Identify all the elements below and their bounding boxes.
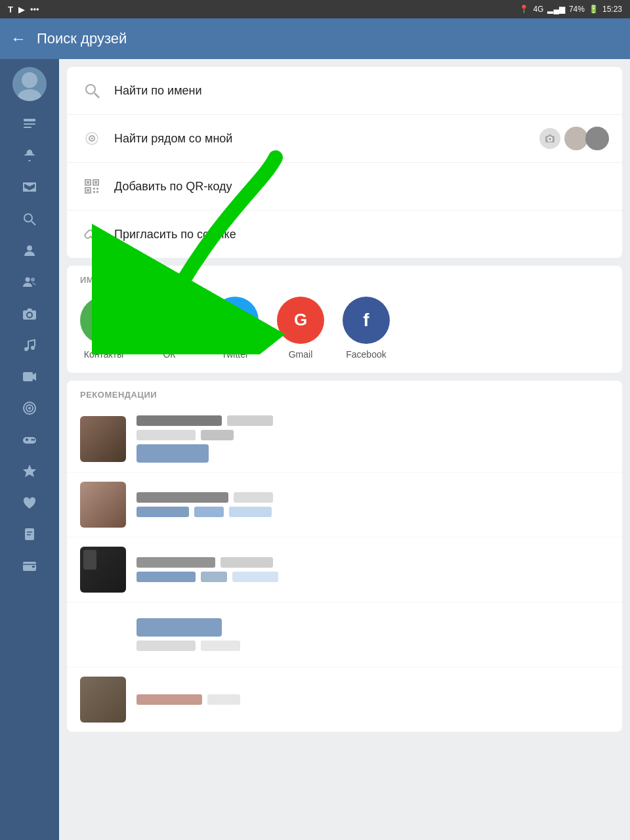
rec-avatar-4 bbox=[80, 612, 126, 658]
page-title: Поиск друзей bbox=[37, 30, 127, 47]
import-contacts[interactable]: Контакты bbox=[77, 297, 130, 360]
svg-rect-2 bbox=[24, 119, 35, 121]
sidebar-item-profile[interactable] bbox=[15, 236, 44, 265]
svg-rect-45 bbox=[96, 188, 98, 190]
svg-point-35 bbox=[91, 138, 93, 140]
facebook-circle: f bbox=[343, 297, 390, 344]
svg-point-0 bbox=[22, 72, 37, 88]
sidebar-item-wallet[interactable] bbox=[15, 551, 44, 580]
svg-point-1 bbox=[18, 89, 41, 101]
ok-label: ОК bbox=[163, 349, 175, 360]
svg-rect-46 bbox=[93, 191, 95, 193]
nearby-avatar2 bbox=[585, 127, 609, 150]
import-facebook[interactable]: f Facebook bbox=[340, 297, 392, 360]
invite-by-link-item[interactable]: Пригласить по ссылке bbox=[67, 211, 622, 258]
main-content: Найти по имени Найти рядом со мной bbox=[59, 59, 630, 840]
rec-item-5[interactable] bbox=[67, 667, 622, 732]
svg-rect-41 bbox=[87, 181, 89, 184]
nearby-avatar bbox=[564, 127, 588, 150]
battery-level: 74% bbox=[569, 5, 585, 14]
sidebar-item-documents[interactable] bbox=[15, 520, 44, 549]
import-ok[interactable]: OK ОК bbox=[143, 297, 196, 360]
add-by-qr-item[interactable]: Добавить по QR-коду bbox=[67, 163, 622, 211]
add-by-qr-label: Добавить по QR-коду bbox=[114, 180, 232, 194]
import-icons-row: Контакты OK ОК Twitter G Gmail bbox=[67, 291, 622, 373]
search-options-card: Найти по имени Найти рядом со мной bbox=[67, 67, 622, 258]
invite-by-link-label: Пригласить по ссылке bbox=[114, 228, 236, 242]
svg-rect-42 bbox=[94, 181, 97, 184]
svg-marker-24 bbox=[23, 465, 36, 477]
svg-text:OK: OK bbox=[159, 312, 180, 328]
sidebar-item-video[interactable] bbox=[15, 362, 44, 391]
import-friends-card: ИМПОРТ ДРУЗЕЙ Контакты OK ОК Twitter bbox=[67, 266, 622, 373]
svg-rect-14 bbox=[23, 372, 33, 381]
rec-avatar-2 bbox=[80, 482, 126, 528]
app-icon-t: T bbox=[8, 5, 13, 14]
sidebar bbox=[0, 18, 59, 840]
import-twitter[interactable]: Twitter bbox=[209, 297, 261, 360]
rec-meta-blurred bbox=[227, 415, 273, 426]
app-icon-play: ▶ bbox=[18, 5, 25, 14]
top-header: ← Поиск друзей bbox=[0, 18, 630, 59]
svg-rect-27 bbox=[27, 534, 31, 536]
svg-point-23 bbox=[33, 439, 35, 441]
rec-item-3[interactable] bbox=[67, 537, 622, 602]
contacts-label: Контакты bbox=[84, 349, 123, 360]
signal-4g: 4G bbox=[533, 5, 543, 14]
clock: 15:23 bbox=[602, 5, 622, 14]
svg-rect-4 bbox=[24, 127, 32, 128]
twitter-label: Twitter bbox=[221, 349, 248, 360]
rec-avatar-1 bbox=[80, 416, 126, 462]
rec-button-blurred bbox=[136, 444, 209, 463]
sidebar-item-gamepad[interactable] bbox=[15, 425, 44, 454]
twitter-circle bbox=[211, 297, 259, 344]
find-by-name-item[interactable]: Найти по имени bbox=[67, 67, 622, 115]
contacts-circle bbox=[80, 297, 127, 344]
search-icon bbox=[80, 79, 104, 102]
status-right-icons: 📍 4G ▂▄▆ 74% 🔋 15:23 bbox=[519, 5, 622, 14]
facebook-label: Facebook bbox=[346, 349, 386, 360]
import-gmail[interactable]: G Gmail bbox=[274, 297, 327, 360]
sidebar-item-notifications[interactable] bbox=[15, 142, 44, 171]
sidebar-item-messages[interactable] bbox=[15, 173, 44, 202]
import-friends-header: ИМПОРТ ДРУЗЕЙ bbox=[67, 266, 622, 291]
find-nearby-label: Найти рядом со мной bbox=[114, 132, 232, 146]
recommendations-header: РЕКОМЕНДАЦИИ bbox=[67, 381, 622, 406]
signal-bars: ▂▄▆ bbox=[547, 5, 565, 14]
sidebar-item-friends[interactable] bbox=[15, 268, 44, 297]
svg-marker-15 bbox=[33, 373, 36, 381]
rec-item-2[interactable] bbox=[67, 472, 622, 537]
rec-item-4[interactable] bbox=[67, 602, 622, 667]
sidebar-item-likes[interactable] bbox=[15, 488, 44, 517]
gmail-label: Gmail bbox=[289, 349, 313, 360]
sidebar-item-target[interactable] bbox=[15, 394, 44, 423]
status-bar: T ▶ ••• 📍 4G ▂▄▆ 74% 🔋 15:23 bbox=[0, 0, 630, 18]
rec-avatar-5 bbox=[80, 677, 126, 723]
svg-rect-21 bbox=[26, 438, 28, 441]
back-button[interactable]: ← bbox=[10, 30, 26, 48]
rec-name-blurred bbox=[136, 415, 222, 426]
svg-rect-3 bbox=[24, 123, 35, 125]
svg-rect-43 bbox=[87, 189, 89, 192]
qr-icon bbox=[80, 175, 104, 198]
svg-point-31 bbox=[86, 85, 95, 94]
sidebar-item-search[interactable] bbox=[15, 205, 44, 234]
rec-item-1[interactable] bbox=[67, 406, 622, 472]
sidebar-item-favorites[interactable] bbox=[15, 457, 44, 486]
sidebar-avatar[interactable] bbox=[12, 67, 47, 101]
svg-rect-47 bbox=[96, 191, 98, 193]
svg-point-9 bbox=[31, 278, 35, 282]
sidebar-item-news[interactable] bbox=[15, 110, 44, 139]
sidebar-item-camera[interactable] bbox=[15, 299, 44, 328]
svg-point-18 bbox=[28, 407, 31, 410]
svg-text:G: G bbox=[294, 310, 307, 329]
svg-rect-26 bbox=[27, 532, 32, 533]
svg-line-6 bbox=[32, 221, 35, 225]
svg-rect-29 bbox=[32, 566, 35, 568]
app-icon-more: ••• bbox=[30, 5, 39, 14]
sidebar-item-music[interactable] bbox=[15, 331, 44, 360]
svg-line-32 bbox=[94, 93, 99, 98]
svg-point-8 bbox=[26, 278, 30, 282]
find-nearby-item[interactable]: Найти рядом со мной bbox=[67, 115, 622, 163]
ok-circle: OK bbox=[146, 297, 193, 344]
